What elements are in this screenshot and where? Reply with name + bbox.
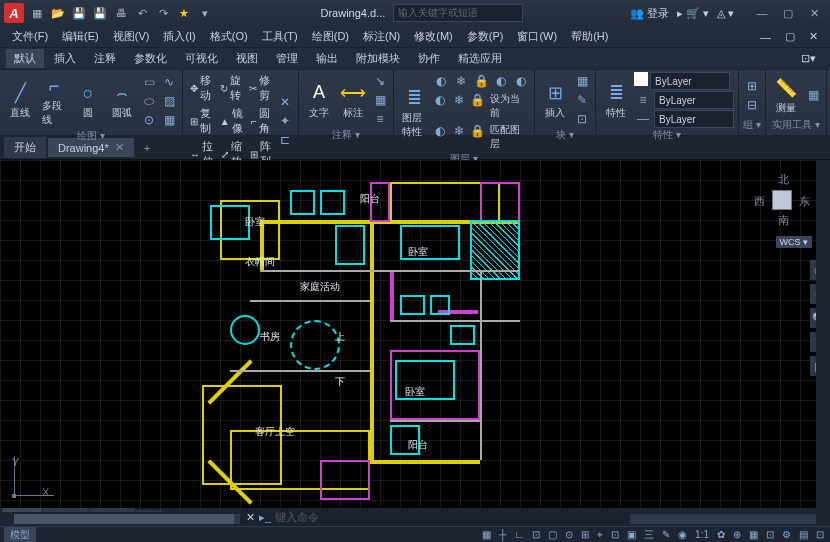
spline-icon[interactable]: ∿ [160, 73, 178, 91]
edit-icon[interactable]: ✎ [573, 91, 591, 109]
search-input[interactable]: 输入关键字或短语 [393, 4, 523, 22]
tab-featured[interactable]: 精选应用 [450, 49, 510, 68]
dimension-button[interactable]: ⟷标注 [337, 79, 369, 122]
cmd-expand-icon[interactable]: ✕ [246, 511, 255, 524]
menu-file[interactable]: 文件(F) [6, 27, 54, 46]
viewcube-top[interactable] [772, 190, 792, 210]
ungroup-icon[interactable]: ⊟ [743, 96, 761, 114]
status-osnap-icon[interactable]: ▢ [546, 529, 559, 540]
menu-dim[interactable]: 标注(N) [357, 27, 406, 46]
status-ortho-icon[interactable]: ∟ [512, 529, 526, 540]
color-select[interactable]: ByLayer [650, 72, 730, 90]
rotate-button[interactable]: ↻ 旋转 [217, 72, 245, 104]
status-sc-icon[interactable]: ◉ [676, 529, 689, 540]
attr-icon[interactable]: ⊡ [573, 110, 591, 128]
menu-modify[interactable]: 修改(M) [408, 27, 459, 46]
circle-button[interactable]: ○圆 [72, 79, 104, 122]
menu-tools[interactable]: 工具(T) [256, 27, 304, 46]
status-qp-icon[interactable]: ✎ [660, 529, 672, 540]
open-icon[interactable]: 📂 [49, 4, 67, 22]
linetype-icon[interactable]: — [634, 110, 652, 128]
viewcube-east[interactable]: 东 [799, 194, 810, 209]
line-button[interactable]: ╱直线 [4, 79, 36, 122]
cart-icon[interactable]: ▸ 🛒 ▾ [677, 7, 709, 20]
calc-icon[interactable]: ▦ [804, 86, 822, 104]
tab-expand-icon[interactable]: ⊡▾ [793, 50, 824, 67]
layer-icon[interactable]: ❄ [450, 91, 466, 109]
status-iso-icon[interactable]: ▦ [747, 529, 760, 540]
viewcube[interactable]: 北 南 东 西 [754, 172, 810, 228]
fillet-button[interactable]: ⌐ 圆角 [248, 105, 274, 137]
properties-button[interactable]: ≣特性 [600, 79, 632, 122]
doc-min-icon[interactable]: — [754, 29, 777, 45]
user-icon[interactable]: 👥 登录 [630, 6, 669, 21]
leader-icon[interactable]: ↘ [371, 72, 389, 90]
panel-title[interactable]: 组 ▾ [743, 118, 761, 133]
saveas-icon[interactable]: 💾 [91, 4, 109, 22]
minimize-button[interactable]: — [750, 4, 774, 22]
layer-icon[interactable]: ◐ [432, 91, 448, 109]
insert-button[interactable]: ⊞插入 [539, 79, 571, 122]
app-logo[interactable] [4, 3, 24, 23]
panel-title[interactable]: 注释 ▾ [303, 128, 389, 143]
match-layer-button[interactable]: 匹配图层 [487, 122, 530, 152]
status-menu-icon[interactable]: ⊡ [814, 529, 826, 540]
status-3dosnap-icon[interactable]: ⊙ [563, 529, 575, 540]
layer-icon[interactable]: 🔒 [469, 122, 485, 140]
tab-view[interactable]: 视图 [228, 49, 266, 68]
help-icon[interactable]: ◬ ▾ [717, 7, 734, 20]
tab-insert[interactable]: 插入 [46, 49, 84, 68]
menu-view[interactable]: 视图(V) [107, 27, 156, 46]
offset-icon[interactable]: ⊏ [276, 131, 294, 149]
plot-icon[interactable]: 🖶 [112, 4, 130, 22]
doc-close-icon[interactable]: ✕ [803, 28, 824, 45]
layer-icon[interactable]: ◐ [432, 72, 450, 90]
layer-icon[interactable]: ◐ [432, 122, 448, 140]
viewcube-north[interactable]: 北 [778, 172, 789, 187]
status-dyn-icon[interactable]: ⊡ [609, 529, 621, 540]
redo-icon[interactable]: ↷ [154, 4, 172, 22]
new-icon[interactable]: ▦ [28, 4, 46, 22]
mtext-icon[interactable]: ≡ [371, 110, 389, 128]
text-button[interactable]: A文字 [303, 79, 335, 122]
region-icon[interactable]: ▦ [160, 111, 178, 129]
menu-draw[interactable]: 绘图(D) [306, 27, 355, 46]
menu-window[interactable]: 窗口(W) [511, 27, 563, 46]
panel-title[interactable]: 块 ▾ [539, 128, 591, 143]
status-custom-icon[interactable]: ⚙ [780, 529, 793, 540]
menu-edit[interactable]: 编辑(E) [56, 27, 105, 46]
viewcube-south[interactable]: 南 [778, 213, 789, 228]
viewcube-west[interactable]: 西 [754, 194, 765, 209]
table-icon[interactable]: ▦ [371, 91, 389, 109]
menu-format[interactable]: 格式(O) [204, 27, 254, 46]
share-icon[interactable]: ★ [175, 4, 193, 22]
copy-button[interactable]: ⊞ 复制 [187, 105, 215, 137]
status-gear-icon[interactable]: ✿ [715, 529, 727, 540]
erase-icon[interactable]: ✕ [276, 93, 294, 111]
tab-visualize[interactable]: 可视化 [177, 49, 226, 68]
status-add-icon[interactable]: ⊕ [731, 529, 743, 540]
tab-default[interactable]: 默认 [6, 49, 44, 68]
group-icon[interactable]: ⊞ [743, 77, 761, 95]
panel-title[interactable]: 实用工具 ▾ [770, 118, 822, 133]
command-line[interactable]: ✕ ▸_ 键入命令 [240, 508, 630, 526]
lineweight-icon[interactable]: ≡ [634, 91, 652, 109]
status-otrack-icon[interactable]: ⊞ [579, 529, 591, 540]
polyline-button[interactable]: ⌐多段线 [38, 72, 70, 129]
tab-collab[interactable]: 协作 [410, 49, 448, 68]
status-hw-icon[interactable]: ⊡ [764, 529, 776, 540]
ellipse-icon[interactable]: ⬭ [140, 92, 158, 110]
tab-annotate[interactable]: 注释 [86, 49, 124, 68]
panel-title[interactable]: 绘图 ▾ [4, 129, 178, 144]
rect-icon[interactable]: ▭ [140, 73, 158, 91]
status-polar-icon[interactable]: ⊡ [530, 529, 542, 540]
layer-properties-button[interactable]: ≣图层特性 [398, 84, 430, 141]
status-snap-icon[interactable]: ┼ [497, 529, 508, 540]
create-icon[interactable]: ▦ [573, 72, 591, 90]
layer-icon[interactable]: ❄ [450, 122, 466, 140]
status-clean-icon[interactable]: ▤ [797, 529, 810, 540]
lineweight-select[interactable]: ByLayer [654, 91, 734, 109]
vertical-scrollbar[interactable] [816, 160, 830, 508]
set-current-button[interactable]: 设为当前 [487, 91, 530, 121]
save-icon[interactable]: 💾 [70, 4, 88, 22]
